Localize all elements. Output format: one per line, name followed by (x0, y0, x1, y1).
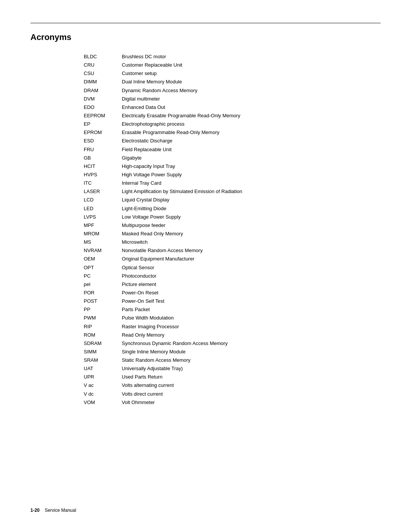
list-item: DIMMDual Inline Memory Module (84, 78, 350, 86)
list-item: SIMMSingle Inline Memory Module (84, 348, 350, 356)
acronym-code: UAT (84, 365, 122, 372)
acronym-definition: Pulse Width Modulation (122, 314, 350, 322)
acronym-definition: Optical Sensor (122, 264, 350, 272)
acronym-code: EEPROM (84, 112, 122, 120)
page-title: Acronyms (30, 32, 381, 42)
list-item: HVPSHigh Voltage Power Supply (84, 171, 350, 179)
list-item: PWMPulse Width Modulation (84, 314, 350, 322)
list-item: UPRUsed Parts Return (84, 373, 350, 381)
acronym-definition: Multipurpose feeder (122, 222, 350, 229)
acronym-code: MS (84, 238, 122, 246)
top-divider (30, 23, 381, 23)
footer-page-number: 1-20 (30, 508, 40, 513)
acronym-code: LCD (84, 196, 122, 204)
acronym-code: PWM (84, 314, 122, 322)
acronym-definition: Light Amplification by Stimulated Emissi… (122, 188, 350, 195)
acronym-code: DIMM (84, 78, 122, 86)
acronym-code: CRU (84, 61, 122, 69)
acronym-definition: Electrically Erasable Programable Read-O… (122, 112, 350, 120)
list-item: ITCInternal Tray Card (84, 179, 350, 187)
acronym-code: UPR (84, 373, 122, 381)
acronym-code: POST (84, 297, 122, 305)
acronym-code: ITC (84, 179, 122, 187)
list-item: RIPRaster Imaging Processor (84, 323, 350, 331)
acronym-definition: Enhanced Data Out (122, 104, 350, 111)
acronym-code: V dc (84, 390, 122, 398)
acronym-code: EPROM (84, 129, 122, 136)
acronym-code: PP (84, 306, 122, 313)
list-item: PPParts Packet (84, 306, 350, 313)
list-item: PCPhotoconductor (84, 272, 350, 280)
acronym-code: DVM (84, 95, 122, 103)
list-item: GBGigabyte (84, 154, 350, 162)
list-item: BLDCBrushless DC motor (84, 53, 350, 61)
acronym-definition: Dual Inline Memory Module (122, 78, 350, 86)
acronym-definition: Internal Tray Card (122, 179, 350, 187)
list-item: LVPSLow Voltage Power Supply (84, 213, 350, 221)
acronym-code: POR (84, 289, 122, 297)
footer-label: Service Manual (45, 508, 76, 513)
acronym-definition: Gigabyte (122, 154, 350, 162)
acronym-definition: Synchronous Dynamic Random Access Memory (122, 340, 350, 347)
list-item: FRUField Replaceable Unit (84, 146, 350, 153)
list-item: LEDLight-Emitting Diode (84, 205, 350, 212)
acronym-definition: Used Parts Return (122, 373, 350, 381)
acronym-definition: Picture element (122, 281, 350, 288)
list-item: LASERLight Amplification by Stimulated E… (84, 188, 350, 195)
acronym-definition: Power-On Reset (122, 289, 350, 297)
acronym-code: LASER (84, 188, 122, 195)
list-item: V dcVolts direct current (84, 390, 350, 398)
acronym-definition: Dynamic Random Access Memory (122, 87, 350, 94)
list-item: HCITHigh-capacity Input Tray (84, 163, 350, 170)
acronym-definition: Single Inline Memory Module (122, 348, 350, 356)
acronym-code: HCIT (84, 163, 122, 170)
acronym-definition: Volts alternating current (122, 382, 350, 389)
acronym-definition: Volt Ohmmeter (122, 399, 350, 406)
acronym-code: RIP (84, 323, 122, 331)
acronym-definition: Nonvolatile Random Access Memory (122, 247, 350, 254)
acronym-definition: Universally Adjustable Tray) (122, 365, 350, 372)
list-item: VOMVolt Ohmmeter (84, 399, 350, 406)
list-item: MROMMasked Read Only Memory (84, 230, 350, 238)
list-item: SDRAMSynchronous Dynamic Random Access M… (84, 340, 350, 347)
list-item: MSMicroswitch (84, 238, 350, 246)
acronym-definition: Field Replaceable Unit (122, 146, 350, 153)
acronym-code: ESD (84, 137, 122, 145)
acronym-definition: Power-On Self Test (122, 297, 350, 305)
list-item: SRAMStatic Random Access Memory (84, 356, 350, 364)
list-item: POSTPower-On Self Test (84, 297, 350, 305)
acronym-code: V ac (84, 382, 122, 389)
acronym-definition: High Voltage Power Supply (122, 171, 350, 179)
acronym-definition: Microswitch (122, 238, 350, 246)
acronym-code: PC (84, 272, 122, 280)
list-item: PORPower-On Reset (84, 289, 350, 297)
acronym-definition: Erasable Programmable Read-Only Memory (122, 129, 350, 136)
list-item: UATUniversally Adjustable Tray) (84, 365, 350, 372)
acronym-definition: Masked Read Only Memory (122, 230, 350, 238)
acronym-code: OEM (84, 255, 122, 263)
acronym-definition: Customer Replaceable Unit (122, 61, 350, 69)
list-item: EDOEnhanced Data Out (84, 104, 350, 111)
acronym-definition: High-capacity Input Tray (122, 163, 350, 170)
acronym-code: OPT (84, 264, 122, 272)
page: Acronyms BLDCBrushless DC motorCRUCustom… (0, 0, 411, 532)
acronym-code: SRAM (84, 356, 122, 364)
acronym-code: LVPS (84, 213, 122, 221)
acronym-code: HVPS (84, 171, 122, 179)
acronym-definition: Customer setup (122, 70, 350, 77)
acronym-code: MROM (84, 230, 122, 238)
list-item: CRUCustomer Replaceable Unit (84, 61, 350, 69)
acronym-code: pel (84, 281, 122, 288)
acronym-table: BLDCBrushless DC motorCRUCustomer Replac… (84, 53, 350, 406)
acronym-code: EP (84, 120, 122, 128)
list-item: pelPicture element (84, 281, 350, 288)
acronym-definition: Electrophotographic process (122, 120, 350, 128)
acronym-code: NVRAM (84, 247, 122, 254)
list-item: ROMRead Only Memory (84, 331, 350, 339)
acronym-definition: Light-Emitting Diode (122, 205, 350, 212)
acronym-definition: Digital multimeter (122, 95, 350, 103)
acronym-definition: Volts direct current (122, 390, 350, 398)
list-item: DRAMDynamic Random Access Memory (84, 87, 350, 94)
acronym-code: BLDC (84, 53, 122, 61)
list-item: MPFMultipurpose feeder (84, 222, 350, 229)
